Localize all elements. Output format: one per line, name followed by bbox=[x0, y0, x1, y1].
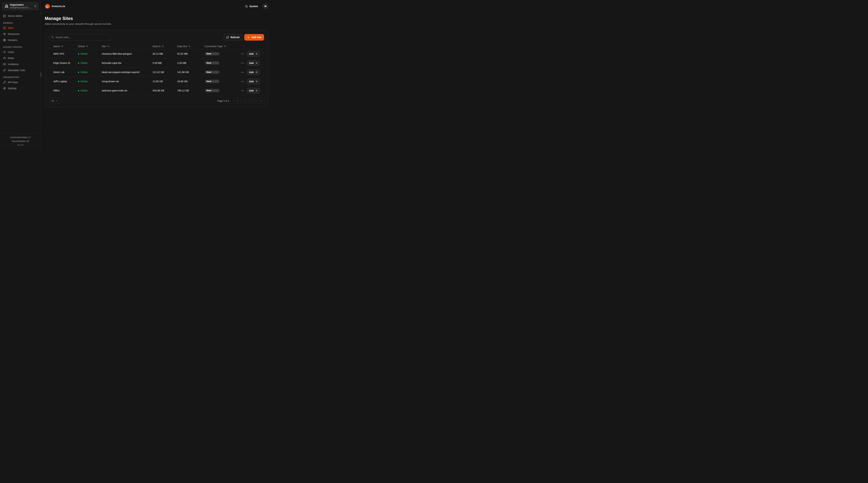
data-out-value: 52.02 MB bbox=[177, 53, 205, 55]
building-icon bbox=[5, 4, 8, 8]
data-in-value: 30.12 MB bbox=[153, 53, 177, 55]
edit-button[interactable]: Edit bbox=[247, 69, 260, 75]
sidebar-item-label: API Keys bbox=[8, 81, 18, 84]
sidebar-item-sites[interactable]: Sites bbox=[3, 25, 38, 31]
site-slug: dead-san-joaquin-antelope-squirrel bbox=[102, 71, 153, 73]
data-out-value: 34.80 GB bbox=[177, 80, 205, 83]
gear-icon bbox=[3, 87, 6, 90]
link-icon bbox=[3, 69, 6, 72]
sidebar-item-label: Sites bbox=[8, 27, 13, 29]
edit-button[interactable]: Edit bbox=[247, 88, 260, 93]
sidebar-item-roles[interactable]: Roles bbox=[3, 56, 38, 61]
site-slug: fortunate-cape-fox bbox=[102, 62, 153, 64]
sidebar-item-shareable-links[interactable]: Shareable Links bbox=[3, 68, 38, 73]
column-header-name[interactable]: Name bbox=[53, 45, 78, 48]
chevron-right-icon bbox=[252, 100, 254, 102]
row-menu-button[interactable] bbox=[241, 61, 244, 65]
brand-name: PANGOLIN bbox=[52, 5, 65, 8]
sites-toolbar: Refresh Add Site bbox=[49, 34, 264, 41]
main-content: PANGOLIN System M Manage Sites Allow con… bbox=[41, 0, 272, 149]
page-size-select[interactable]: 20 bbox=[49, 98, 60, 104]
theme-toggle[interactable]: System bbox=[245, 5, 258, 8]
sidebar-item-label: Server Admin bbox=[8, 14, 22, 18]
data-in-value: 534.98 GB bbox=[153, 89, 177, 92]
table-footer: 20 Page 1 of 1 bbox=[49, 98, 264, 104]
column-header-site[interactable]: Site bbox=[102, 45, 153, 48]
add-site-button[interactable]: Add Site bbox=[244, 34, 264, 41]
topbar: PANGOLIN System M bbox=[45, 0, 268, 12]
data-out-value: 141.68 GB bbox=[177, 71, 205, 73]
sidebar-item-api-keys[interactable]: API Keys bbox=[3, 79, 38, 85]
sort-icon bbox=[188, 45, 190, 47]
book-open-icon bbox=[27, 140, 29, 142]
sidebar-footer: Community Edition Documentation v1.7.0 bbox=[0, 133, 41, 149]
sidebar-item-label: Roles bbox=[8, 57, 14, 60]
key-icon bbox=[3, 81, 6, 84]
org-selector[interactable]: Organization milo@fossorial.io's ... bbox=[2, 2, 38, 10]
row-menu-button[interactable] bbox=[241, 89, 244, 93]
next-page-button[interactable] bbox=[250, 98, 256, 104]
chevrons-up-down-icon bbox=[34, 5, 37, 7]
ticket-check-icon bbox=[3, 63, 6, 66]
edit-button[interactable]: Edit bbox=[247, 78, 260, 84]
sidebar-item-domains[interactable]: Domains bbox=[3, 37, 38, 43]
sort-icon bbox=[86, 45, 88, 47]
community-edition-link[interactable]: Community Edition bbox=[10, 135, 28, 139]
documentation-link[interactable]: Documentation bbox=[12, 139, 26, 143]
sites-card: Refresh Add Site Name Online Site Data I… bbox=[45, 30, 268, 108]
edit-button[interactable]: Edit bbox=[247, 51, 260, 57]
sort-icon bbox=[61, 45, 63, 47]
table-row: Home Lab Online dead-san-joaquin-antelop… bbox=[49, 68, 264, 77]
moon-icon bbox=[245, 5, 248, 8]
org-value: milo@fossorial.io's ... bbox=[10, 6, 32, 9]
sites-table: Name Online Site Data In Data Out Connec… bbox=[49, 43, 264, 95]
arrow-right-icon bbox=[255, 80, 258, 83]
avatar[interactable]: M bbox=[262, 3, 268, 9]
search-input[interactable] bbox=[49, 34, 111, 41]
column-header-online[interactable]: Online bbox=[78, 45, 102, 48]
column-header-data-in[interactable]: Data In bbox=[153, 45, 177, 48]
online-dot bbox=[78, 72, 79, 73]
site-name: AWS VPC bbox=[53, 53, 78, 55]
prev-page-button[interactable] bbox=[242, 98, 248, 104]
sidebar-item-resources[interactable]: Resources bbox=[3, 31, 38, 37]
site-slug: vivacious-little-blue-penguin bbox=[102, 53, 153, 55]
row-menu-button[interactable] bbox=[241, 70, 244, 74]
connection-type-badge: Newtv1.3.2 bbox=[205, 52, 220, 56]
app-window: Organization milo@fossorial.io's ... Ser… bbox=[0, 0, 272, 149]
search-icon bbox=[51, 36, 54, 38]
combine-icon bbox=[3, 27, 6, 29]
waypoints-icon bbox=[3, 33, 6, 35]
site-name: Home Lab bbox=[53, 71, 78, 73]
sidebar-item-server-admin[interactable]: Server Admin bbox=[3, 13, 38, 19]
sidebar-item-invitations[interactable]: Invitations bbox=[3, 62, 38, 67]
row-menu-button[interactable] bbox=[241, 52, 244, 56]
chevrons-left-icon bbox=[236, 100, 239, 102]
pangolin-logo-icon bbox=[45, 4, 50, 9]
status-badge: Online bbox=[81, 71, 88, 73]
sidebar-item-label: Domains bbox=[8, 39, 18, 41]
table-row: AWS VPC Online vivacious-little-blue-pen… bbox=[49, 49, 264, 59]
sidebar-item-label: Resources bbox=[8, 33, 20, 35]
sidebar-nav: Server Admin GENERAL Sites Resources Dom… bbox=[0, 13, 41, 92]
chevrons-right-icon bbox=[260, 100, 262, 102]
row-menu-button[interactable] bbox=[241, 79, 244, 83]
sidebar-resize-handle[interactable] bbox=[41, 73, 41, 77]
column-header-connection-type[interactable]: Connection Type bbox=[205, 45, 241, 48]
edit-button[interactable]: Edit bbox=[247, 60, 260, 66]
data-in-value: 5.00 MB bbox=[153, 62, 177, 64]
page-title: Manage Sites bbox=[45, 16, 268, 21]
sidebar-item-users[interactable]: Users bbox=[3, 50, 38, 55]
chevron-down-icon bbox=[56, 100, 58, 102]
sort-icon bbox=[107, 45, 110, 47]
sidebar-item-label: Shareable Links bbox=[8, 69, 25, 72]
last-page-button[interactable] bbox=[258, 98, 264, 104]
refresh-button[interactable]: Refresh bbox=[223, 34, 243, 41]
page-subtitle: Allow connectivity to your network throu… bbox=[45, 22, 268, 25]
sidebar-item-settings[interactable]: Settings bbox=[3, 86, 38, 91]
sidebar-item-label: Settings bbox=[8, 87, 17, 90]
column-header-data-out[interactable]: Data Out bbox=[177, 45, 205, 48]
first-page-button[interactable] bbox=[234, 98, 241, 104]
status-badge: Online bbox=[81, 89, 88, 92]
status-badge: Online bbox=[81, 80, 88, 83]
